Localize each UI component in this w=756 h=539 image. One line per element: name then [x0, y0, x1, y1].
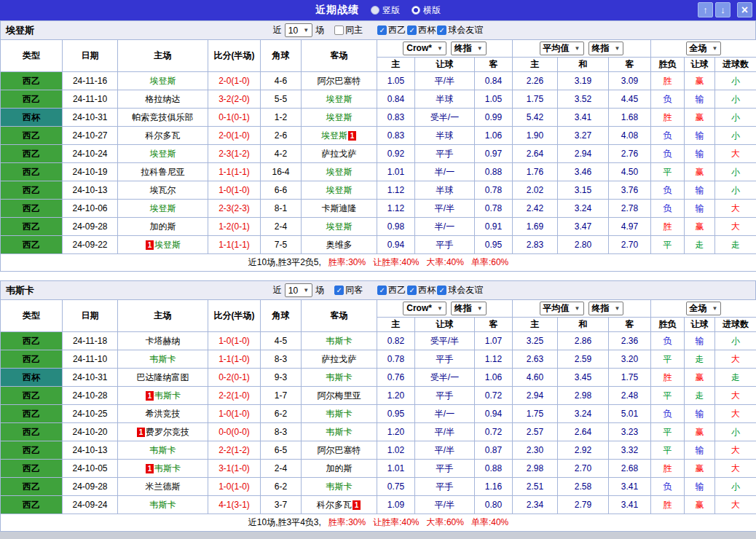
league-checkbox-1[interactable]: 西乙 — [377, 24, 406, 36]
europe-away-odds-cell: 2.68 — [609, 460, 651, 478]
asia-home-odds-cell: 1.20 — [377, 423, 415, 441]
table-head: 类型日期主场比分(半场)角球客场Crow*▼终指▼平均值▼终指▼全场▼主让球客主… — [1, 40, 756, 72]
home-team-name: 格拉纳达 — [146, 94, 181, 104]
league-type-cell: 西乙 — [1, 181, 63, 200]
league-checkbox-2[interactable]: 西杯 — [407, 24, 436, 36]
bookmaker-select[interactable]: Crow*▼ — [403, 42, 446, 55]
date-cell: 24-10-31 — [63, 109, 118, 127]
corner-cell: 2-4 — [261, 460, 302, 478]
europe-draw-odds-cell: 2.80 — [558, 236, 609, 254]
scope-select[interactable]: 全场▼ — [686, 42, 722, 55]
europe-average-select[interactable]: 平均值▼ — [540, 302, 584, 315]
asia-handicap-cell: 受半/一 — [415, 109, 475, 127]
europe-draw-odds-cell: 3.19 — [558, 72, 609, 90]
result-wdl-cell: 胜 — [651, 72, 685, 90]
move-down-button[interactable]: ↓ — [715, 2, 731, 17]
layout-radio-horizontal[interactable]: 横版 — [412, 4, 441, 17]
asia-final-select[interactable]: 终指▼ — [451, 302, 487, 315]
europe-home-odds-cell: 1.75 — [513, 405, 558, 423]
same-venue-checkbox-label: 同客 — [345, 284, 363, 296]
score-cell: 0-2(0-1) — [208, 369, 261, 387]
chevron-down-icon: ▼ — [575, 305, 580, 312]
close-button[interactable]: × — [737, 2, 752, 17]
away-team-cell: 奥维多 — [302, 236, 377, 254]
team-filter-bar: 埃登斯近10▼场同主西乙西杯球会友谊 — [0, 20, 756, 39]
asia-home-odds-cell: 0.94 — [377, 236, 415, 254]
column-header-2: 日期 — [63, 300, 118, 332]
asia-handicap-cell: 半/一 — [415, 405, 475, 423]
chevron-down-icon: ▼ — [437, 45, 443, 52]
away-team-name: 科尔多瓦 — [317, 500, 352, 510]
league-checkbox-2[interactable]: 西杯 — [407, 284, 436, 296]
league-checkbox-3[interactable]: 球会友谊 — [437, 24, 483, 36]
subcolumn-header-result-handicap: 让球 — [685, 58, 715, 72]
subcolumn-header-result-goals: 进球数 — [715, 58, 756, 72]
away-team-name: 埃登斯 — [326, 221, 353, 232]
team-name: 韦斯卡 — [6, 284, 34, 297]
league-checkbox-1[interactable]: 西乙 — [377, 284, 406, 296]
europe-draw-odds-cell: 2.98 — [558, 387, 609, 405]
result-goals-cell: 走 — [715, 369, 756, 387]
away-team-cell: 埃登斯 — [302, 90, 377, 109]
home-team-name: 埃登斯 — [154, 240, 181, 250]
home-team-cell: 拉科鲁尼亚 — [118, 163, 208, 181]
match-row: 西乙24-09-221埃登斯1-1(1-1)7-5奥维多0.94平手0.952.… — [1, 236, 756, 254]
date-cell: 24-10-28 — [63, 387, 118, 405]
team-filter-bar: 韦斯卡近10▼场同客西乙西杯球会友谊 — [0, 280, 756, 299]
result-goals-cell: 大 — [715, 460, 756, 478]
result-goals-cell: 大 — [715, 218, 756, 236]
same-venue-checkbox[interactable]: 同客 — [334, 284, 363, 296]
home-team-cell: 埃瓦尔 — [118, 181, 208, 200]
result-handicap-cell: 输 — [685, 441, 715, 460]
home-team-name: 埃登斯 — [150, 76, 176, 86]
date-cell: 24-11-18 — [63, 332, 118, 350]
europe-home-odds-cell: 2.57 — [513, 423, 558, 441]
asia-handicap-cell: 受半/一 — [415, 369, 475, 387]
away-team-cell: 韦斯卡 — [302, 332, 377, 350]
score-cell: 2-2(1-2) — [208, 441, 261, 460]
away-team-name: 萨拉戈萨 — [322, 354, 357, 364]
asia-away-odds-cell: 0.78 — [475, 181, 513, 200]
result-goals-cell: 大 — [715, 496, 756, 514]
move-up-button[interactable]: ↑ — [698, 2, 713, 17]
match-row: 西乙24-10-24埃登斯2-3(1-2)4-2萨拉戈萨0.92平手0.972.… — [1, 145, 756, 163]
away-team-cell: 加的斯 — [302, 460, 377, 478]
home-team-name: 帕索竞技俱乐部 — [133, 112, 194, 122]
asia-final-select[interactable]: 终指▼ — [451, 42, 487, 55]
asia-away-odds-cell: 1.12 — [475, 350, 513, 369]
home-team-cell: 米兰德斯 — [118, 478, 208, 496]
result-wdl-cell: 胜 — [651, 460, 685, 478]
recent-count-select[interactable]: 10▼ — [285, 23, 312, 37]
recent-count-select[interactable]: 10▼ — [285, 283, 312, 297]
asia-final-select-value: 终指 — [454, 42, 472, 55]
home-team-cell: 1韦斯卡 — [118, 460, 208, 478]
column-header-3: 主场 — [118, 300, 208, 332]
europe-away-odds-cell: 3.41 — [609, 478, 651, 496]
asia-home-odds-cell: 0.84 — [377, 90, 415, 109]
league-checkbox-3-label: 球会友谊 — [448, 24, 483, 36]
result-handicap-cell: 走 — [685, 387, 715, 405]
europe-away-odds-cell: 3.09 — [609, 72, 651, 90]
away-team-cell: 萨拉戈萨 — [302, 350, 377, 369]
away-team-cell: 埃登斯 — [302, 218, 377, 236]
result-handicap-cell: 赢 — [685, 163, 715, 181]
score-cell: 1-2(0-1) — [208, 218, 261, 236]
chevron-down-icon: ▼ — [575, 45, 580, 52]
same-venue-checkbox[interactable]: 同主 — [334, 24, 363, 36]
bookmaker-select[interactable]: Crow*▼ — [403, 302, 446, 315]
date-cell: 24-09-24 — [63, 496, 118, 514]
europe-draw-odds-cell: 3.24 — [558, 200, 609, 218]
home-team-name: 卡塔赫纳 — [146, 336, 181, 346]
league-checkbox-3[interactable]: 球会友谊 — [437, 284, 483, 296]
scope-select[interactable]: 全场▼ — [686, 302, 722, 315]
corner-cell: 2-6 — [261, 127, 302, 145]
asia-away-odds-cell: 1.06 — [475, 369, 513, 387]
league-checkbox-2-label: 西杯 — [418, 284, 436, 296]
away-team-cell: 阿尔梅里亚 — [302, 387, 377, 405]
europe-final-select[interactable]: 终指▼ — [588, 302, 624, 315]
radio-unselected-icon — [371, 6, 379, 15]
europe-average-select[interactable]: 平均值▼ — [540, 42, 584, 55]
europe-final-select[interactable]: 终指▼ — [588, 42, 624, 55]
score-cell: 1-1(1-0) — [208, 350, 261, 369]
layout-radio-vertical[interactable]: 竖版 — [371, 4, 400, 17]
